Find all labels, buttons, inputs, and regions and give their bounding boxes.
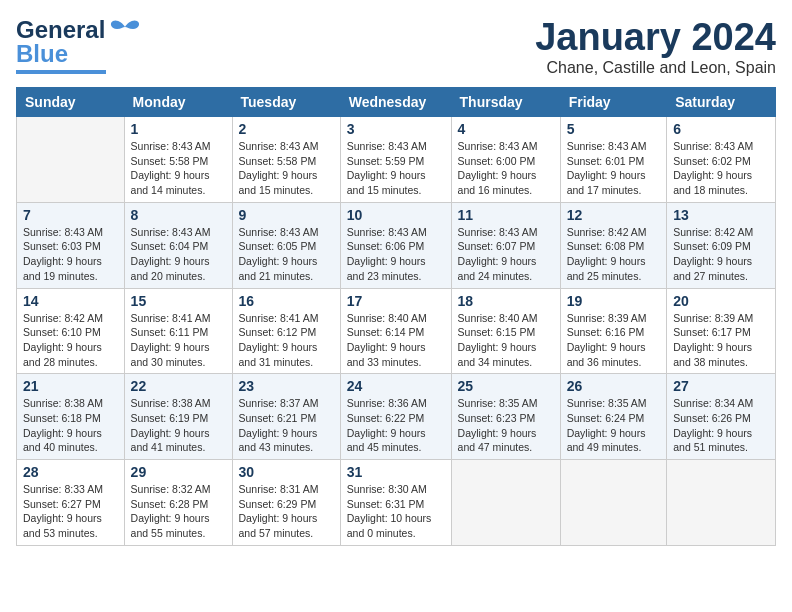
day-info: Sunrise: 8:35 AMSunset: 6:23 PMDaylight:… — [458, 396, 554, 455]
day-info: Sunrise: 8:43 AMSunset: 6:00 PMDaylight:… — [458, 139, 554, 198]
calendar-day-cell: 23Sunrise: 8:37 AMSunset: 6:21 PMDayligh… — [232, 374, 340, 460]
calendar-week-row: 28Sunrise: 8:33 AMSunset: 6:27 PMDayligh… — [17, 460, 776, 546]
day-info: Sunrise: 8:43 AMSunset: 5:58 PMDaylight:… — [131, 139, 226, 198]
day-number: 30 — [239, 464, 334, 480]
day-info: Sunrise: 8:43 AMSunset: 5:58 PMDaylight:… — [239, 139, 334, 198]
calendar-day-cell: 4Sunrise: 8:43 AMSunset: 6:00 PMDaylight… — [451, 117, 560, 203]
calendar-header-friday: Friday — [560, 88, 667, 117]
logo: General Blue — [16, 16, 141, 74]
day-info: Sunrise: 8:36 AMSunset: 6:22 PMDaylight:… — [347, 396, 445, 455]
day-info: Sunrise: 8:43 AMSunset: 5:59 PMDaylight:… — [347, 139, 445, 198]
calendar-day-cell: 31Sunrise: 8:30 AMSunset: 6:31 PMDayligh… — [340, 460, 451, 546]
day-info: Sunrise: 8:32 AMSunset: 6:28 PMDaylight:… — [131, 482, 226, 541]
calendar-day-cell: 22Sunrise: 8:38 AMSunset: 6:19 PMDayligh… — [124, 374, 232, 460]
day-number: 31 — [347, 464, 445, 480]
day-number: 11 — [458, 207, 554, 223]
calendar-day-cell: 27Sunrise: 8:34 AMSunset: 6:26 PMDayligh… — [667, 374, 776, 460]
day-info: Sunrise: 8:43 AMSunset: 6:01 PMDaylight:… — [567, 139, 661, 198]
day-number: 6 — [673, 121, 769, 137]
calendar-day-cell: 13Sunrise: 8:42 AMSunset: 6:09 PMDayligh… — [667, 202, 776, 288]
day-number: 29 — [131, 464, 226, 480]
day-number: 20 — [673, 293, 769, 309]
calendar-day-cell: 15Sunrise: 8:41 AMSunset: 6:11 PMDayligh… — [124, 288, 232, 374]
calendar-day-cell: 1Sunrise: 8:43 AMSunset: 5:58 PMDaylight… — [124, 117, 232, 203]
calendar-header-thursday: Thursday — [451, 88, 560, 117]
calendar-day-cell: 11Sunrise: 8:43 AMSunset: 6:07 PMDayligh… — [451, 202, 560, 288]
calendar-day-cell — [560, 460, 667, 546]
day-info: Sunrise: 8:34 AMSunset: 6:26 PMDaylight:… — [673, 396, 769, 455]
day-number: 15 — [131, 293, 226, 309]
calendar-day-cell — [17, 117, 125, 203]
day-number: 24 — [347, 378, 445, 394]
day-number: 14 — [23, 293, 118, 309]
day-number: 19 — [567, 293, 661, 309]
day-info: Sunrise: 8:38 AMSunset: 6:18 PMDaylight:… — [23, 396, 118, 455]
day-number: 12 — [567, 207, 661, 223]
calendar-day-cell: 19Sunrise: 8:39 AMSunset: 6:16 PMDayligh… — [560, 288, 667, 374]
day-number: 25 — [458, 378, 554, 394]
day-number: 26 — [567, 378, 661, 394]
day-info: Sunrise: 8:42 AMSunset: 6:10 PMDaylight:… — [23, 311, 118, 370]
day-info: Sunrise: 8:43 AMSunset: 6:03 PMDaylight:… — [23, 225, 118, 284]
calendar-day-cell: 6Sunrise: 8:43 AMSunset: 6:02 PMDaylight… — [667, 117, 776, 203]
logo-blue: Blue — [16, 40, 68, 68]
calendar-day-cell: 12Sunrise: 8:42 AMSunset: 6:08 PMDayligh… — [560, 202, 667, 288]
day-info: Sunrise: 8:42 AMSunset: 6:08 PMDaylight:… — [567, 225, 661, 284]
day-info: Sunrise: 8:33 AMSunset: 6:27 PMDaylight:… — [23, 482, 118, 541]
calendar-day-cell: 3Sunrise: 8:43 AMSunset: 5:59 PMDaylight… — [340, 117, 451, 203]
day-info: Sunrise: 8:43 AMSunset: 6:05 PMDaylight:… — [239, 225, 334, 284]
calendar-week-row: 1Sunrise: 8:43 AMSunset: 5:58 PMDaylight… — [17, 117, 776, 203]
calendar-day-cell: 29Sunrise: 8:32 AMSunset: 6:28 PMDayligh… — [124, 460, 232, 546]
calendar-day-cell: 30Sunrise: 8:31 AMSunset: 6:29 PMDayligh… — [232, 460, 340, 546]
day-info: Sunrise: 8:38 AMSunset: 6:19 PMDaylight:… — [131, 396, 226, 455]
day-number: 7 — [23, 207, 118, 223]
calendar-day-cell: 24Sunrise: 8:36 AMSunset: 6:22 PMDayligh… — [340, 374, 451, 460]
calendar-day-cell: 25Sunrise: 8:35 AMSunset: 6:23 PMDayligh… — [451, 374, 560, 460]
day-number: 5 — [567, 121, 661, 137]
calendar-day-cell: 10Sunrise: 8:43 AMSunset: 6:06 PMDayligh… — [340, 202, 451, 288]
day-info: Sunrise: 8:35 AMSunset: 6:24 PMDaylight:… — [567, 396, 661, 455]
calendar-day-cell: 28Sunrise: 8:33 AMSunset: 6:27 PMDayligh… — [17, 460, 125, 546]
calendar-week-row: 21Sunrise: 8:38 AMSunset: 6:18 PMDayligh… — [17, 374, 776, 460]
logo-bird-icon — [109, 19, 141, 41]
calendar-week-row: 7Sunrise: 8:43 AMSunset: 6:03 PMDaylight… — [17, 202, 776, 288]
calendar-day-cell: 9Sunrise: 8:43 AMSunset: 6:05 PMDaylight… — [232, 202, 340, 288]
day-info: Sunrise: 8:37 AMSunset: 6:21 PMDaylight:… — [239, 396, 334, 455]
day-info: Sunrise: 8:40 AMSunset: 6:14 PMDaylight:… — [347, 311, 445, 370]
day-number: 3 — [347, 121, 445, 137]
calendar-header-saturday: Saturday — [667, 88, 776, 117]
day-info: Sunrise: 8:43 AMSunset: 6:04 PMDaylight:… — [131, 225, 226, 284]
title-section: January 2024 Chane, Castille and Leon, S… — [535, 16, 776, 77]
calendar-header-row: SundayMondayTuesdayWednesdayThursdayFrid… — [17, 88, 776, 117]
calendar-day-cell: 16Sunrise: 8:41 AMSunset: 6:12 PMDayligh… — [232, 288, 340, 374]
day-info: Sunrise: 8:40 AMSunset: 6:15 PMDaylight:… — [458, 311, 554, 370]
day-info: Sunrise: 8:43 AMSunset: 6:02 PMDaylight:… — [673, 139, 769, 198]
day-number: 1 — [131, 121, 226, 137]
calendar-week-row: 14Sunrise: 8:42 AMSunset: 6:10 PMDayligh… — [17, 288, 776, 374]
day-number: 4 — [458, 121, 554, 137]
day-number: 22 — [131, 378, 226, 394]
day-number: 23 — [239, 378, 334, 394]
day-info: Sunrise: 8:39 AMSunset: 6:16 PMDaylight:… — [567, 311, 661, 370]
day-info: Sunrise: 8:43 AMSunset: 6:07 PMDaylight:… — [458, 225, 554, 284]
calendar-header-sunday: Sunday — [17, 88, 125, 117]
calendar-day-cell: 2Sunrise: 8:43 AMSunset: 5:58 PMDaylight… — [232, 117, 340, 203]
day-number: 27 — [673, 378, 769, 394]
day-number: 9 — [239, 207, 334, 223]
calendar-day-cell: 14Sunrise: 8:42 AMSunset: 6:10 PMDayligh… — [17, 288, 125, 374]
day-number: 16 — [239, 293, 334, 309]
calendar-header-monday: Monday — [124, 88, 232, 117]
calendar-day-cell: 17Sunrise: 8:40 AMSunset: 6:14 PMDayligh… — [340, 288, 451, 374]
day-info: Sunrise: 8:30 AMSunset: 6:31 PMDaylight:… — [347, 482, 445, 541]
day-number: 8 — [131, 207, 226, 223]
day-number: 13 — [673, 207, 769, 223]
calendar-day-cell: 7Sunrise: 8:43 AMSunset: 6:03 PMDaylight… — [17, 202, 125, 288]
day-info: Sunrise: 8:31 AMSunset: 6:29 PMDaylight:… — [239, 482, 334, 541]
location-subtitle: Chane, Castille and Leon, Spain — [535, 59, 776, 77]
calendar-day-cell: 5Sunrise: 8:43 AMSunset: 6:01 PMDaylight… — [560, 117, 667, 203]
page-header: General Blue January 2024 Chane, Castill… — [16, 16, 776, 77]
calendar-day-cell: 18Sunrise: 8:40 AMSunset: 6:15 PMDayligh… — [451, 288, 560, 374]
calendar-day-cell: 8Sunrise: 8:43 AMSunset: 6:04 PMDaylight… — [124, 202, 232, 288]
calendar-table: SundayMondayTuesdayWednesdayThursdayFrid… — [16, 87, 776, 546]
calendar-day-cell: 21Sunrise: 8:38 AMSunset: 6:18 PMDayligh… — [17, 374, 125, 460]
